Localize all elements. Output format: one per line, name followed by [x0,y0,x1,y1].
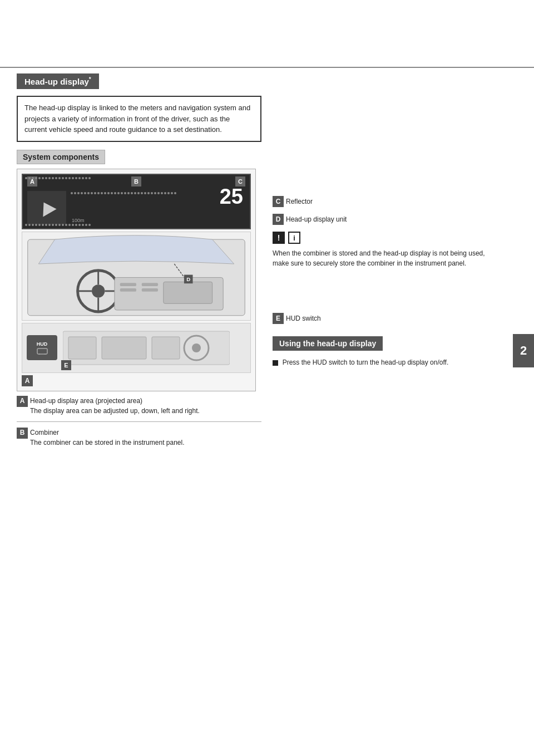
annotation-c: C Reflector [273,196,495,207]
hud-middle-area: 100m [70,191,245,224]
warning-info-row: ! i [273,232,495,244]
diag-label-c-right: C [273,196,284,207]
black-square-icon [273,360,278,366]
e-label-bottom: E [61,360,71,370]
nav-arrow-area [27,191,66,224]
diag-label-e-right: E [273,313,284,324]
svg-rect-21 [102,337,146,359]
annotation-d: D Head-up display unit [273,214,495,225]
diagram-container: A B C [17,169,256,391]
dot-pattern-top [23,177,250,181]
dot-pattern-bottom [23,223,250,227]
dashboard-closeup: HUD [22,323,251,373]
left-column: Head-up display* The head-up display is … [0,73,267,451]
using-hud-section-title: Using the head-up display [273,336,383,351]
page-container: 2 Head-up display* The head-up display i… [0,67,534,756]
chapter-tab: 2 [513,334,534,367]
hud-button-area: HUD [27,335,57,360]
nav-arrow [37,198,56,217]
svg-rect-22 [152,337,180,359]
section-title-text: Head-up display [24,77,89,86]
svg-rect-20 [68,337,96,359]
hud-btn-icon-svg [37,348,48,355]
svg-point-24 [192,343,201,352]
svg-rect-8 [120,283,136,286]
speed-display: 25 [220,185,243,209]
label-b-text: CombinerThe combiner can be stored in th… [30,428,185,448]
using-hud-intro-block: Press the HUD switch to turn the head-up… [273,357,495,368]
diag-label-b: B [17,428,28,439]
dot-grid [70,191,245,195]
annotation-c-header: C Reflector [273,196,495,207]
system-components-label: System components [17,150,105,164]
svg-point-2 [92,284,105,297]
svg-text:D: D [186,276,190,282]
info-box: The head-up display is linked to the met… [17,96,261,142]
label-e-text: HUD switch [286,313,321,323]
section-title-box: Head-up display* [17,73,99,89]
svg-rect-10 [142,283,158,286]
a-diag-label: A [22,375,33,386]
label-a-text: Head-up display area (projected area)The… [30,396,200,416]
diag-label-a: A [17,396,28,407]
hud-display: A B C [22,174,251,229]
label-a-ref: A Head-up display area (projected area)T… [17,396,261,416]
section-title-superscript: * [89,76,91,82]
svg-rect-16 [37,348,47,354]
car-interior-diagram: D [22,232,251,321]
warning-note-text: When the combiner is stored and the head… [273,248,495,268]
label-b-ref: B CombinerThe combiner can be stored in … [17,428,261,448]
using-hud-intro-text: Press the HUD switch to turn the head-up… [283,359,449,366]
main-content: Head-up display* The head-up display is … [0,68,534,451]
annotation-d-header: D Head-up display unit [273,214,495,225]
label-d-text: Head-up display unit [286,214,347,224]
hud-content-area: 100m 25 [23,188,250,227]
svg-rect-11 [142,288,158,291]
dashboard-detail-svg [63,326,230,370]
svg-rect-12 [164,282,212,303]
car-interior-svg: D [22,232,250,320]
warning-icon: ! [273,232,285,244]
info-icon: i [288,232,300,244]
diag-label-d-right: D [273,214,284,225]
svg-rect-9 [120,288,136,291]
using-hud-title-text: Using the head-up display [279,339,376,348]
right-column: C Reflector D Head-up display unit ! i W… [267,73,512,451]
a-label-bottom: A [22,375,251,386]
hud-btn-label: HUD [37,341,48,347]
info-box-text: The head-up display is linked to the met… [24,104,250,134]
annotation-e-header: E HUD switch [273,313,495,324]
divider-1 [17,421,261,422]
annotation-e: E HUD switch [273,313,495,324]
chapter-number: 2 [520,343,527,358]
label-c-text: Reflector [286,197,313,207]
